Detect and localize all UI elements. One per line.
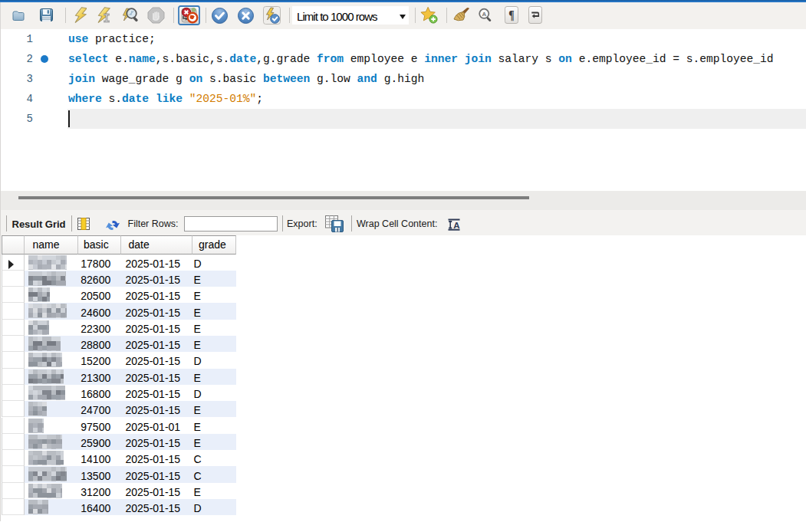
svg-text:A: A (453, 221, 459, 230)
svg-text:A: A (482, 11, 486, 18)
svg-text:¶: ¶ (508, 9, 514, 22)
